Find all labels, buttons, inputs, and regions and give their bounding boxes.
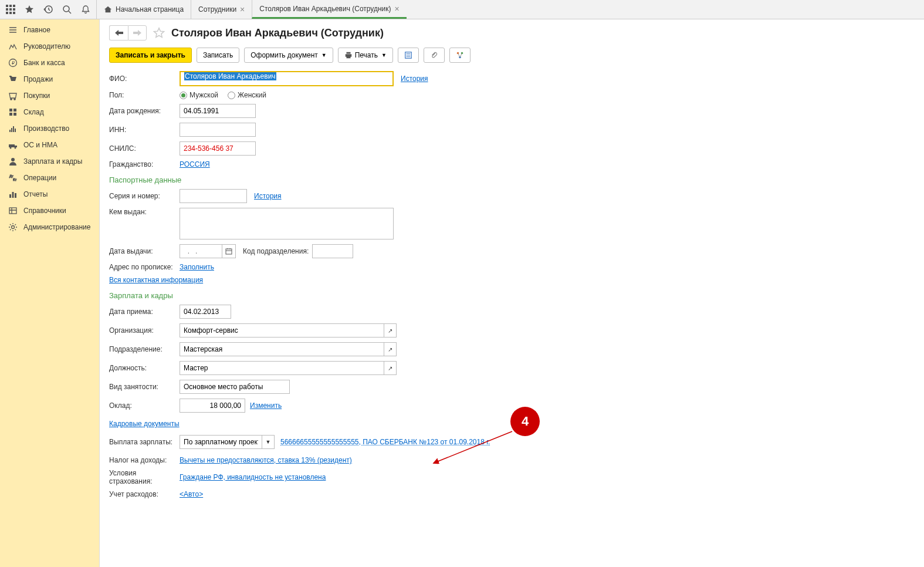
gender-label: Пол: bbox=[109, 91, 180, 99]
position-input[interactable] bbox=[180, 361, 384, 375]
svg-rect-20 bbox=[11, 128, 12, 132]
sidebar-item-reports[interactable]: Отчеты bbox=[0, 186, 99, 203]
top-bar: Начальная страница Сотрудники × Столяров… bbox=[0, 0, 924, 19]
expenses-link[interactable]: <Авто> bbox=[180, 490, 203, 498]
expenses-label: Учет расходов: bbox=[109, 490, 180, 498]
toolbar: Записать и закрыть Записать Оформить док… bbox=[109, 48, 915, 63]
svg-rect-16 bbox=[13, 109, 16, 112]
dept-input[interactable] bbox=[180, 342, 384, 356]
sidebar-item-admin[interactable]: Администрирование bbox=[0, 219, 99, 235]
dept-code-label: Код подразделения: bbox=[243, 247, 309, 255]
fio-history-link[interactable]: История bbox=[401, 75, 428, 83]
svg-rect-32 bbox=[15, 193, 16, 198]
issued-by-input[interactable] bbox=[180, 208, 394, 239]
svg-rect-7 bbox=[9, 12, 12, 14]
history-icon[interactable] bbox=[42, 4, 54, 15]
sidebar-label: Отчеты bbox=[23, 190, 48, 198]
hr-docs-link[interactable]: Кадровые документы bbox=[109, 420, 180, 428]
svg-rect-22 bbox=[15, 129, 16, 132]
save-button[interactable]: Записать bbox=[197, 48, 239, 63]
sidebar-label: Главное bbox=[23, 26, 50, 34]
card-button[interactable] bbox=[398, 48, 419, 63]
sidebar-item-operations[interactable]: ДтКтОперации bbox=[0, 170, 99, 186]
svg-point-27 bbox=[11, 158, 15, 161]
emp-type-label: Вид занятости: bbox=[109, 383, 180, 391]
series-input[interactable] bbox=[180, 189, 247, 203]
tab-employees[interactable]: Сотрудники × bbox=[191, 0, 252, 19]
radio-female[interactable]: Женский bbox=[228, 91, 266, 99]
svg-text:Кт: Кт bbox=[13, 178, 16, 181]
sidebar-label: Банк и касса bbox=[23, 59, 65, 67]
sidebar-label: Администрирование bbox=[23, 223, 90, 231]
sidebar-label: Операции bbox=[23, 174, 56, 182]
close-icon[interactable]: × bbox=[240, 5, 245, 14]
sidebar-item-purchases[interactable]: Покупки bbox=[0, 87, 99, 104]
issue-date-input[interactable] bbox=[180, 244, 222, 258]
sidebar-label: Продажи bbox=[23, 75, 53, 83]
calendar-icon bbox=[225, 248, 232, 255]
sidebar-item-manager[interactable]: Руководителю bbox=[0, 38, 99, 55]
sidebar-label: Покупки bbox=[23, 92, 50, 100]
all-contacts-link[interactable]: Вся контактная информация bbox=[109, 276, 203, 284]
sidebar-item-main[interactable]: Главное bbox=[0, 22, 99, 38]
position-open-button[interactable]: ↗ bbox=[384, 361, 397, 375]
sidebar-item-sales[interactable]: Продажи bbox=[0, 71, 99, 87]
sidebar-item-bank[interactable]: ₽Банк и касса bbox=[0, 55, 99, 71]
tab-home[interactable]: Начальная страница bbox=[96, 0, 191, 19]
sidebar-item-warehouse[interactable]: Склад bbox=[0, 104, 99, 120]
sidebar-item-assets[interactable]: ОС и НМА bbox=[0, 137, 99, 153]
passport-history-link[interactable]: История bbox=[254, 192, 282, 200]
back-button[interactable] bbox=[109, 25, 128, 41]
salary-input[interactable] bbox=[180, 399, 245, 413]
org-open-button[interactable]: ↗ bbox=[384, 323, 397, 338]
snils-input[interactable] bbox=[180, 141, 256, 156]
sidebar-item-hr[interactable]: Зарплата и кадры bbox=[0, 153, 99, 170]
fill-address-link[interactable]: Заполнить bbox=[180, 263, 214, 271]
payment-dropdown-button[interactable]: ▼ bbox=[262, 435, 275, 449]
svg-rect-1 bbox=[9, 5, 12, 7]
tax-link[interactable]: Вычеты не предоставляются, ставка 13% (р… bbox=[180, 456, 352, 464]
salary-change-link[interactable]: Изменить bbox=[250, 401, 282, 410]
payment-method-input[interactable] bbox=[180, 435, 262, 449]
radio-icon bbox=[228, 92, 235, 99]
org-input[interactable] bbox=[180, 323, 384, 338]
close-icon[interactable]: × bbox=[395, 4, 400, 14]
svg-rect-33 bbox=[9, 208, 16, 214]
emp-type-input[interactable] bbox=[180, 380, 290, 394]
sidebar-item-catalogs[interactable]: Справочники bbox=[0, 203, 99, 219]
print-button[interactable]: Печать▼ bbox=[338, 48, 393, 63]
hire-date-input[interactable] bbox=[180, 305, 231, 319]
svg-rect-24 bbox=[15, 146, 17, 147]
create-doc-button[interactable]: Оформить документ▼ bbox=[244, 48, 333, 63]
main-content: Столяров Иван Аркадьевич (Сотрудник) Зап… bbox=[100, 19, 924, 567]
search-icon[interactable] bbox=[61, 4, 73, 15]
hr-section-title: Зарплата и кадры bbox=[109, 291, 915, 300]
list-icon bbox=[404, 51, 412, 59]
attach-button[interactable] bbox=[424, 48, 445, 63]
star-icon[interactable] bbox=[23, 4, 35, 15]
fio-label: ФИО: bbox=[109, 75, 180, 83]
issue-date-label: Дата выдачи: bbox=[109, 247, 180, 255]
tab-label: Столяров Иван Аркадьевич (Сотрудник) bbox=[259, 5, 391, 13]
btn-label: Оформить документ bbox=[251, 51, 318, 59]
radio-male[interactable]: Мужской bbox=[180, 91, 218, 99]
save-close-button[interactable]: Записать и закрыть bbox=[109, 48, 192, 63]
sidebar-item-production[interactable]: Производство bbox=[0, 120, 99, 137]
fio-input[interactable]: Столяров Иван Аркадьевич bbox=[180, 71, 394, 86]
svg-point-10 bbox=[63, 6, 69, 12]
favorite-star-icon[interactable] bbox=[153, 26, 165, 39]
birthdate-input[interactable] bbox=[180, 104, 256, 118]
apps-icon[interactable] bbox=[5, 4, 16, 15]
calendar-button[interactable] bbox=[222, 244, 236, 258]
links-button[interactable] bbox=[449, 48, 471, 63]
forward-button[interactable] bbox=[128, 25, 147, 41]
bell-icon[interactable] bbox=[80, 4, 92, 15]
dept-code-input[interactable] bbox=[312, 244, 353, 258]
inn-input[interactable] bbox=[180, 123, 256, 137]
insurance-link[interactable]: Граждане РФ, инвалидность не установлена bbox=[180, 473, 326, 481]
dept-open-button[interactable]: ↗ bbox=[384, 342, 397, 356]
citizenship-link[interactable]: РОССИЯ bbox=[180, 160, 210, 168]
tab-current[interactable]: Столяров Иван Аркадьевич (Сотрудник) × bbox=[252, 0, 406, 19]
insurance-label: Условия страхования: bbox=[109, 469, 180, 485]
series-label: Серия и номер: bbox=[109, 192, 180, 200]
